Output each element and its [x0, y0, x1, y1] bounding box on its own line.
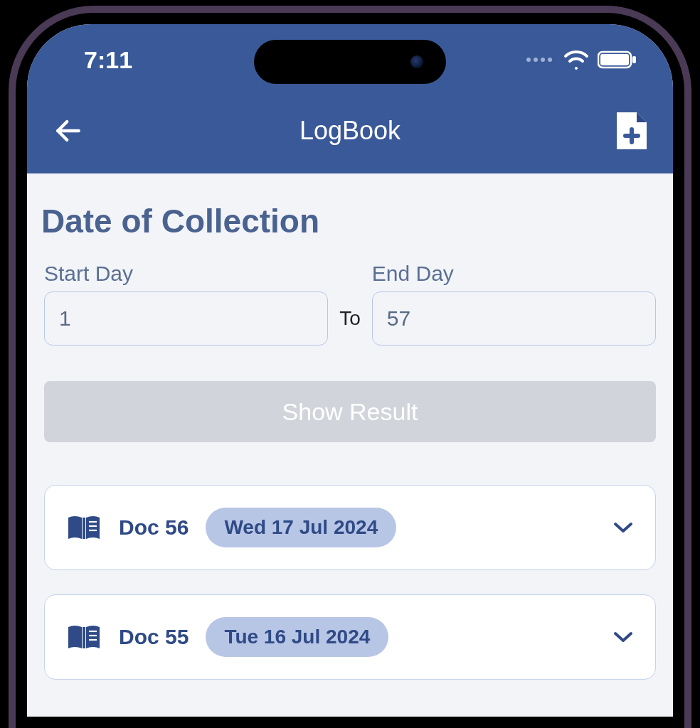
document-name: Doc 56: [119, 515, 189, 540]
cellular-dots-icon: [525, 53, 555, 66]
document-name: Doc 55: [119, 625, 189, 649]
book-icon: [66, 623, 102, 651]
back-button[interactable]: [47, 109, 90, 152]
svg-rect-6: [632, 56, 636, 63]
svg-rect-14: [83, 627, 85, 648]
file-plus-icon: [615, 111, 648, 151]
svg-point-0: [526, 58, 531, 62]
svg-rect-5: [600, 54, 629, 65]
svg-rect-10: [83, 518, 85, 539]
chevron-down-icon[interactable]: [612, 630, 634, 644]
page-title: LogBook: [90, 116, 610, 146]
date-range-filter: Start Day To End Day: [34, 262, 666, 346]
wifi-icon: [563, 50, 589, 70]
show-result-label: Show Result: [282, 398, 418, 426]
app-bar: LogBook: [27, 95, 673, 173]
dynamic-island: [254, 40, 446, 84]
document-date-badge: Wed 17 Jul 2024: [206, 508, 396, 547]
show-result-button[interactable]: Show Result: [44, 381, 656, 442]
start-day-input[interactable]: [44, 291, 328, 346]
svg-point-1: [534, 58, 538, 62]
book-icon: [66, 513, 102, 542]
svg-point-3: [548, 58, 552, 62]
start-day-group: Start Day: [44, 262, 328, 346]
document-card[interactable]: Doc 56 Wed 17 Jul 2024: [44, 485, 656, 570]
clock: 7:11: [84, 46, 132, 74]
document-list: Doc 56 Wed 17 Jul 2024: [34, 442, 666, 680]
end-day-input[interactable]: [372, 291, 656, 346]
chevron-down-icon[interactable]: [612, 520, 634, 535]
svg-point-2: [541, 58, 545, 62]
end-day-label: End Day: [372, 262, 656, 286]
to-label: To: [339, 307, 361, 346]
end-day-group: End Day: [372, 262, 656, 346]
camera-icon: [410, 55, 423, 68]
arrow-left-icon: [53, 115, 84, 146]
device-frame: 7:11: [0, 0, 700, 728]
document-date-badge: Tue 16 Jul 2024: [206, 617, 388, 657]
battery-icon: [598, 50, 637, 69]
screen: 7:11: [27, 24, 673, 717]
document-card[interactable]: Doc 55 Tue 16 Jul 2024: [44, 594, 656, 680]
section-title: Date of Collection: [34, 188, 666, 262]
add-document-button[interactable]: [610, 109, 653, 152]
start-day-label: Start Day: [44, 262, 328, 286]
status-indicators: [525, 50, 637, 70]
device-bezel: 7:11: [9, 6, 691, 728]
content-area: Date of Collection Start Day To End Day …: [27, 173, 673, 680]
